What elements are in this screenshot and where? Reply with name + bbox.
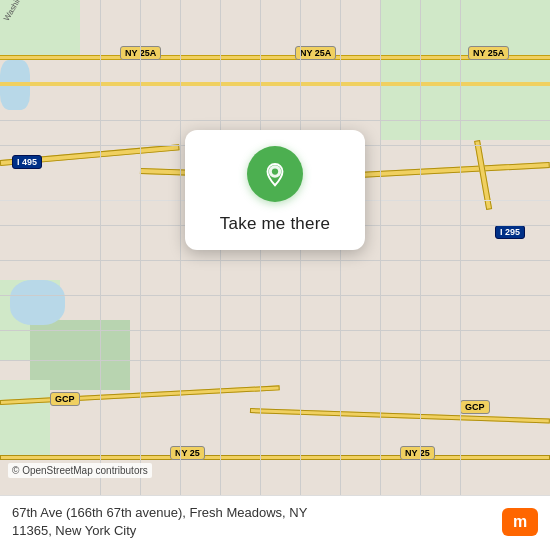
map-attribution: © OpenStreetMap contributors [8,463,152,478]
road-label-ny25a-2: NY 25A [295,46,336,60]
svg-point-1 [272,168,278,174]
park-area-5 [0,380,50,460]
street-h7 [0,330,550,331]
road-label-i295: I 295 [495,225,525,239]
road-label-ny25a-3: NY 25A [468,46,509,60]
street-h1 [0,120,550,121]
location-pin-icon [260,159,290,189]
address-line1: 67th Ave (166th 67th avenue), Fresh Mead… [12,505,307,520]
road-label-gcp-left: GCP [50,392,80,406]
road-label-ny25-bottom-1: NY 25 [170,446,205,460]
take-me-there-button[interactable]: Take me there [220,214,330,234]
street-v8 [380,0,381,550]
street-h6 [0,295,550,296]
moovit-icon: m [502,508,538,536]
street-v7 [340,0,341,550]
street-h5 [0,260,550,261]
road-ny25a-2 [0,82,550,86]
street-v10 [460,0,461,550]
road-label-ny25-bottom-2: NY 25 [400,446,435,460]
road-label-i495-left: I 495 [12,155,42,169]
info-bar: 67th Ave (166th 67th avenue), Fresh Mead… [0,495,550,550]
street-v4 [220,0,221,550]
map-pin-circle [247,146,303,202]
moovit-logo: m [502,508,538,536]
map-container: NY 25A NY 25A NY 25A I 495 I 495 I 295 G… [0,0,550,550]
road-label-gcp-right: GCP [460,400,490,414]
attribution-text: © OpenStreetMap contributors [12,465,148,476]
address-line2: 11365, New York City [12,523,136,538]
street-v5 [260,0,261,550]
street-v6 [300,0,301,550]
park-area [380,0,550,140]
street-v3 [180,0,181,550]
road-ny25-bottom [0,455,550,460]
location-card: Take me there [185,130,365,250]
address-display: 67th Ave (166th 67th avenue), Fresh Mead… [12,504,492,540]
water-body [10,280,65,325]
street-v9 [420,0,421,550]
street-h8 [0,360,550,361]
